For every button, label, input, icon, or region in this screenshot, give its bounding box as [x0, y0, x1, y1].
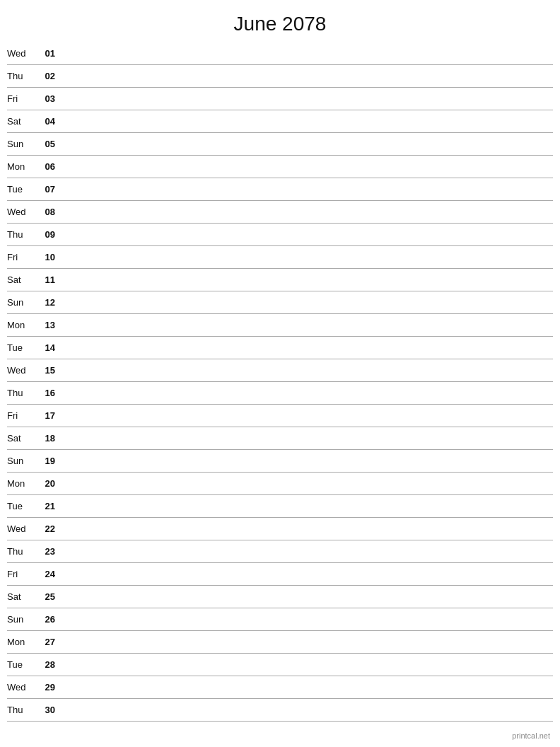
day-number: 27 [35, 637, 55, 647]
day-name: Fri [7, 569, 35, 579]
day-name: Fri [7, 252, 35, 262]
day-number: 07 [35, 184, 55, 195]
day-name: Fri [7, 410, 35, 421]
table-row: Fri10 [7, 246, 553, 269]
day-number: 02 [35, 71, 55, 81]
day-name: Sat [7, 116, 35, 127]
table-row: Sat18 [7, 427, 553, 450]
day-line [64, 438, 553, 439]
day-line [64, 189, 553, 190]
day-number: 16 [35, 388, 55, 398]
day-number: 23 [35, 546, 55, 557]
day-name: Mon [7, 478, 35, 489]
table-row: Wed08 [7, 201, 553, 224]
page-title: June 2078 [0, 0, 560, 42]
table-row: Wed15 [7, 359, 553, 382]
day-line [64, 596, 553, 597]
day-line [64, 302, 553, 303]
day-name: Thu [7, 71, 35, 81]
table-row: Sun05 [7, 133, 553, 156]
day-name: Sat [7, 274, 35, 285]
day-line [64, 393, 553, 393]
table-row: Thu09 [7, 224, 553, 246]
day-name: Tue [7, 342, 35, 353]
day-number: 18 [35, 433, 55, 444]
table-row: Sun12 [7, 291, 553, 314]
table-row: Mon13 [7, 314, 553, 337]
day-line [64, 528, 553, 529]
table-row: Tue28 [7, 654, 553, 676]
day-number: 17 [35, 410, 55, 421]
day-line [64, 642, 553, 642]
table-row: Thu16 [7, 382, 553, 405]
day-line [64, 144, 553, 144]
day-number: 10 [35, 252, 55, 262]
day-number: 03 [35, 93, 55, 104]
table-row: Tue21 [7, 495, 553, 518]
day-line [64, 98, 553, 99]
table-row: Sat04 [7, 110, 553, 133]
day-number: 29 [35, 682, 55, 693]
day-number: 28 [35, 659, 55, 670]
day-line [64, 370, 553, 371]
day-number: 08 [35, 207, 55, 217]
day-number: 09 [35, 229, 55, 240]
day-name: Tue [7, 659, 35, 670]
day-name: Mon [7, 637, 35, 647]
table-row: Thu23 [7, 540, 553, 563]
day-line [64, 76, 553, 76]
day-line [64, 257, 553, 257]
table-row: Mon20 [7, 473, 553, 495]
day-name: Wed [7, 682, 35, 693]
day-line [64, 619, 553, 620]
day-name: Sun [7, 456, 35, 466]
table-row: Tue14 [7, 337, 553, 359]
day-line [64, 347, 553, 348]
table-row: Mon27 [7, 631, 553, 654]
day-line [64, 574, 553, 574]
table-row: Sun26 [7, 608, 553, 631]
day-line [64, 687, 553, 688]
day-name: Thu [7, 705, 35, 715]
day-number: 05 [35, 139, 55, 149]
day-name: Tue [7, 184, 35, 195]
day-name: Wed [7, 207, 35, 217]
day-number: 26 [35, 614, 55, 625]
day-number: 01 [35, 48, 55, 59]
calendar-grid: Wed01Thu02Fri03Sat04Sun05Mon06Tue07Wed08… [0, 42, 560, 722]
day-line [64, 415, 553, 416]
day-name: Thu [7, 388, 35, 398]
day-line [64, 53, 553, 54]
table-row: Tue07 [7, 178, 553, 201]
day-line [64, 212, 553, 212]
day-name: Sun [7, 614, 35, 625]
day-name: Sun [7, 139, 35, 149]
table-row: Fri03 [7, 88, 553, 110]
day-number: 12 [35, 297, 55, 308]
day-line [64, 664, 553, 665]
table-row: Wed22 [7, 518, 553, 540]
day-line [64, 483, 553, 484]
day-line [64, 279, 553, 280]
table-row: Mon06 [7, 156, 553, 178]
table-row: Wed29 [7, 676, 553, 699]
day-number: 19 [35, 456, 55, 466]
day-name: Fri [7, 93, 35, 104]
day-name: Wed [7, 523, 35, 534]
watermark: printcal.net [512, 731, 550, 740]
day-name: Wed [7, 365, 35, 376]
table-row: Thu02 [7, 65, 553, 88]
table-row: Thu30 [7, 699, 553, 722]
day-name: Tue [7, 501, 35, 511]
day-line [64, 325, 553, 325]
day-name: Thu [7, 546, 35, 557]
table-row: Fri17 [7, 405, 553, 427]
day-number: 14 [35, 342, 55, 353]
day-line [64, 710, 553, 710]
day-line [64, 461, 553, 461]
table-row: Sat11 [7, 269, 553, 291]
table-row: Wed01 [7, 42, 553, 65]
day-line [64, 506, 553, 506]
day-name: Wed [7, 48, 35, 59]
day-number: 13 [35, 320, 55, 330]
